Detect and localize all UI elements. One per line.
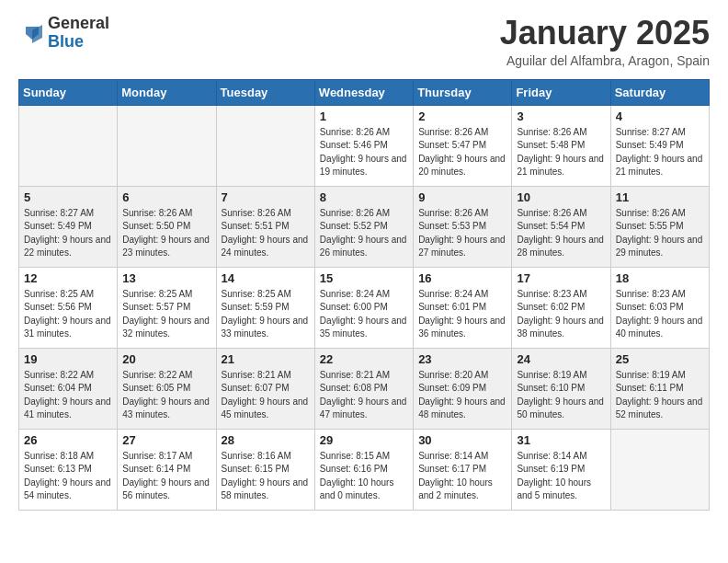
day-number: 22 — [320, 352, 408, 366]
day-info: Sunrise: 8:17 AMSunset: 6:14 PMDaylight:… — [122, 450, 210, 503]
calendar-day-cell: 30Sunrise: 8:14 AMSunset: 6:17 PMDayligh… — [414, 429, 512, 510]
day-number: 8 — [320, 190, 408, 204]
day-info: Sunrise: 8:16 AMSunset: 6:15 PMDaylight:… — [222, 450, 310, 503]
day-number: 3 — [517, 109, 605, 123]
day-number: 17 — [517, 271, 605, 285]
day-info: Sunrise: 8:19 AMSunset: 6:11 PMDaylight:… — [616, 369, 704, 422]
calendar-day-cell: 16Sunrise: 8:24 AMSunset: 6:01 PMDayligh… — [414, 267, 512, 348]
calendar-day-cell: 17Sunrise: 8:23 AMSunset: 6:02 PMDayligh… — [512, 267, 610, 348]
day-number: 23 — [418, 352, 506, 366]
header: General Blue January 2025 Aguilar del Al… — [18, 15, 710, 68]
day-of-week-header: Sunday — [19, 79, 118, 105]
header-row: SundayMondayTuesdayWednesdayThursdayFrid… — [19, 79, 710, 105]
day-info: Sunrise: 8:22 AMSunset: 6:04 PMDaylight:… — [24, 369, 112, 422]
logo-blue: Blue — [48, 32, 84, 51]
day-of-week-header: Saturday — [610, 79, 709, 105]
calendar-day-cell: 24Sunrise: 8:19 AMSunset: 6:10 PMDayligh… — [512, 348, 610, 429]
day-info: Sunrise: 8:26 AMSunset: 5:47 PMDaylight:… — [418, 126, 506, 179]
day-number: 1 — [320, 109, 408, 123]
day-number: 31 — [517, 433, 605, 447]
day-number: 19 — [24, 352, 112, 366]
day-number: 27 — [122, 433, 210, 447]
day-info: Sunrise: 8:19 AMSunset: 6:10 PMDaylight:… — [517, 369, 605, 422]
calendar-day-cell: 12Sunrise: 8:25 AMSunset: 5:56 PMDayligh… — [19, 267, 118, 348]
day-info: Sunrise: 8:26 AMSunset: 5:53 PMDaylight:… — [418, 207, 506, 260]
day-info: Sunrise: 8:24 AMSunset: 6:00 PMDaylight:… — [320, 288, 408, 341]
calendar-day-cell: 11Sunrise: 8:26 AMSunset: 5:55 PMDayligh… — [610, 186, 709, 267]
day-number: 6 — [122, 190, 210, 204]
day-info: Sunrise: 8:26 AMSunset: 5:52 PMDaylight:… — [320, 207, 408, 260]
logo-text: General Blue — [48, 15, 109, 52]
day-info: Sunrise: 8:26 AMSunset: 5:50 PMDaylight:… — [122, 207, 210, 260]
calendar-day-cell: 9Sunrise: 8:26 AMSunset: 5:53 PMDaylight… — [414, 186, 512, 267]
day-info: Sunrise: 8:23 AMSunset: 6:02 PMDaylight:… — [517, 288, 605, 341]
day-number: 21 — [222, 352, 310, 366]
calendar-day-cell: 20Sunrise: 8:22 AMSunset: 6:05 PMDayligh… — [118, 348, 216, 429]
calendar-day-cell: 13Sunrise: 8:25 AMSunset: 5:57 PMDayligh… — [118, 267, 216, 348]
calendar-day-cell: 14Sunrise: 8:25 AMSunset: 5:59 PMDayligh… — [216, 267, 314, 348]
day-info: Sunrise: 8:26 AMSunset: 5:48 PMDaylight:… — [517, 126, 605, 179]
month-title: January 2025 — [500, 15, 710, 52]
calendar-day-cell: 22Sunrise: 8:21 AMSunset: 6:08 PMDayligh… — [314, 348, 413, 429]
calendar-week-row: 1Sunrise: 8:26 AMSunset: 5:46 PMDaylight… — [19, 105, 710, 186]
title-area: January 2025 Aguilar del Alfambra, Arago… — [500, 15, 710, 68]
calendar-day-cell: 25Sunrise: 8:19 AMSunset: 6:11 PMDayligh… — [610, 348, 709, 429]
day-info: Sunrise: 8:26 AMSunset: 5:54 PMDaylight:… — [517, 207, 605, 260]
day-number: 5 — [24, 190, 112, 204]
calendar-day-cell — [610, 429, 709, 510]
day-number: 11 — [616, 190, 704, 204]
calendar-body: 1Sunrise: 8:26 AMSunset: 5:46 PMDaylight… — [19, 105, 710, 510]
day-number: 26 — [24, 433, 112, 447]
calendar-day-cell: 3Sunrise: 8:26 AMSunset: 5:48 PMDaylight… — [512, 105, 610, 186]
day-number: 18 — [616, 271, 704, 285]
logo-icon — [18, 19, 46, 47]
day-info: Sunrise: 8:26 AMSunset: 5:46 PMDaylight:… — [320, 126, 408, 179]
calendar-day-cell: 1Sunrise: 8:26 AMSunset: 5:46 PMDaylight… — [314, 105, 413, 186]
day-number: 20 — [122, 352, 210, 366]
day-number: 30 — [418, 433, 506, 447]
calendar-day-cell: 8Sunrise: 8:26 AMSunset: 5:52 PMDaylight… — [314, 186, 413, 267]
day-info: Sunrise: 8:14 AMSunset: 6:17 PMDaylight:… — [418, 450, 506, 503]
page: General Blue January 2025 Aguilar del Al… — [0, 0, 728, 525]
logo-general: General — [48, 14, 109, 32]
calendar-day-cell: 15Sunrise: 8:24 AMSunset: 6:00 PMDayligh… — [314, 267, 413, 348]
day-info: Sunrise: 8:26 AMSunset: 5:55 PMDaylight:… — [616, 207, 704, 260]
day-of-week-header: Friday — [512, 79, 610, 105]
calendar-day-cell — [216, 105, 314, 186]
logo: General Blue — [18, 15, 109, 52]
calendar-day-cell: 6Sunrise: 8:26 AMSunset: 5:50 PMDaylight… — [118, 186, 216, 267]
day-info: Sunrise: 8:23 AMSunset: 6:03 PMDaylight:… — [616, 288, 704, 341]
day-info: Sunrise: 8:24 AMSunset: 6:01 PMDaylight:… — [418, 288, 506, 341]
calendar-day-cell: 4Sunrise: 8:27 AMSunset: 5:49 PMDaylight… — [610, 105, 709, 186]
calendar-week-row: 19Sunrise: 8:22 AMSunset: 6:04 PMDayligh… — [19, 348, 710, 429]
day-number: 2 — [418, 109, 506, 123]
day-info: Sunrise: 8:15 AMSunset: 6:16 PMDaylight:… — [320, 450, 408, 503]
calendar-week-row: 12Sunrise: 8:25 AMSunset: 5:56 PMDayligh… — [19, 267, 710, 348]
day-info: Sunrise: 8:21 AMSunset: 6:08 PMDaylight:… — [320, 369, 408, 422]
day-number: 25 — [616, 352, 704, 366]
day-number: 4 — [616, 109, 704, 123]
day-number: 9 — [418, 190, 506, 204]
day-number: 14 — [222, 271, 310, 285]
calendar-day-cell: 2Sunrise: 8:26 AMSunset: 5:47 PMDaylight… — [414, 105, 512, 186]
day-number: 12 — [24, 271, 112, 285]
calendar-day-cell: 21Sunrise: 8:21 AMSunset: 6:07 PMDayligh… — [216, 348, 314, 429]
day-number: 16 — [418, 271, 506, 285]
day-info: Sunrise: 8:14 AMSunset: 6:19 PMDaylight:… — [517, 450, 605, 503]
day-info: Sunrise: 8:20 AMSunset: 6:09 PMDaylight:… — [418, 369, 506, 422]
calendar-day-cell: 10Sunrise: 8:26 AMSunset: 5:54 PMDayligh… — [512, 186, 610, 267]
day-info: Sunrise: 8:21 AMSunset: 6:07 PMDaylight:… — [222, 369, 310, 422]
day-number: 24 — [517, 352, 605, 366]
day-of-week-header: Tuesday — [216, 79, 314, 105]
calendar-day-cell: 26Sunrise: 8:18 AMSunset: 6:13 PMDayligh… — [19, 429, 118, 510]
calendar-day-cell: 28Sunrise: 8:16 AMSunset: 6:15 PMDayligh… — [216, 429, 314, 510]
calendar-day-cell: 27Sunrise: 8:17 AMSunset: 6:14 PMDayligh… — [118, 429, 216, 510]
calendar-day-cell — [19, 105, 118, 186]
day-info: Sunrise: 8:22 AMSunset: 6:05 PMDaylight:… — [122, 369, 210, 422]
day-number: 10 — [517, 190, 605, 204]
day-of-week-header: Monday — [118, 79, 216, 105]
day-info: Sunrise: 8:26 AMSunset: 5:51 PMDaylight:… — [222, 207, 310, 260]
day-number: 28 — [222, 433, 310, 447]
day-number: 7 — [222, 190, 310, 204]
day-info: Sunrise: 8:25 AMSunset: 5:56 PMDaylight:… — [24, 288, 112, 341]
